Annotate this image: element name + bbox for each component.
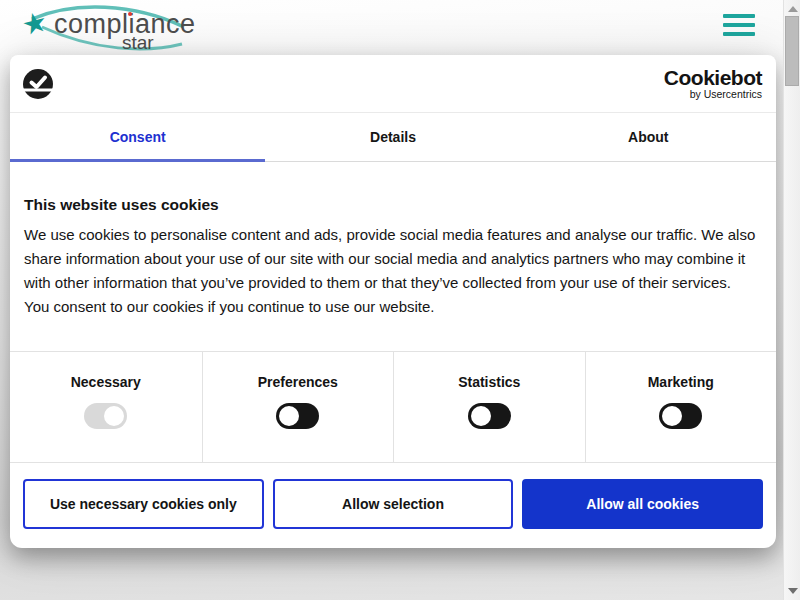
category-marketing: Marketing: [585, 352, 777, 462]
toggle-necessary: [84, 403, 127, 429]
cookiebot-brand: Cookiebot by Usercentrics: [664, 67, 762, 100]
scrollbar-thumb[interactable]: [785, 16, 799, 86]
brand-i-dot: [128, 12, 132, 16]
toggle-statistics[interactable]: [468, 403, 511, 429]
consent-buttons: Use necessary cookies only Allow selecti…: [23, 479, 763, 529]
use-necessary-cookies-button[interactable]: Use necessary cookies only: [23, 479, 264, 529]
scroll-up-icon[interactable]: [788, 6, 798, 12]
scroll-down-icon[interactable]: [788, 588, 798, 594]
cookie-categories: Necessary Preferences Statistics Marketi…: [10, 351, 776, 463]
cookie-description: We use cookies to personalise content an…: [24, 223, 760, 319]
compliance-star-logo: ★ compliance star: [14, 3, 189, 55]
category-label: Statistics: [458, 374, 520, 390]
allow-all-cookies-button[interactable]: Allow all cookies: [522, 479, 763, 529]
toggle-knob: [471, 406, 491, 426]
allow-selection-button[interactable]: Allow selection: [273, 479, 514, 529]
page-scrollbar[interactable]: [783, 0, 800, 600]
cookie-consent-dialog: Cookiebot by Usercentrics Consent Detail…: [10, 55, 776, 548]
tab-consent[interactable]: Consent: [10, 113, 265, 161]
menu-button[interactable]: [723, 14, 755, 40]
dialog-tabs: Consent Details About: [10, 113, 776, 162]
active-tab-indicator: [10, 159, 265, 162]
brand-subname: star: [122, 32, 154, 54]
toggle-knob: [279, 406, 299, 426]
cookiebot-wordmark: Cookiebot: [664, 67, 762, 88]
toggle-knob: [104, 406, 124, 426]
category-label: Marketing: [648, 374, 714, 390]
category-preferences: Preferences: [202, 352, 394, 462]
category-label: Preferences: [258, 374, 338, 390]
category-necessary: Necessary: [10, 352, 202, 462]
cookie-title: This website uses cookies: [24, 196, 762, 214]
tab-about[interactable]: About: [521, 113, 776, 161]
cookiebot-byline: by Usercentrics: [664, 89, 762, 100]
site-header: ★ compliance star: [0, 0, 783, 55]
toggle-preferences[interactable]: [276, 403, 319, 429]
toggle-marketing[interactable]: [659, 403, 702, 429]
toggle-knob: [662, 406, 682, 426]
category-label: Necessary: [71, 374, 141, 390]
dialog-header: Cookiebot by Usercentrics: [10, 55, 776, 113]
cookiebot-logo-icon: [22, 68, 54, 100]
hamburger-icon: [723, 14, 755, 18]
tab-details[interactable]: Details: [265, 113, 520, 161]
category-statistics: Statistics: [393, 352, 585, 462]
